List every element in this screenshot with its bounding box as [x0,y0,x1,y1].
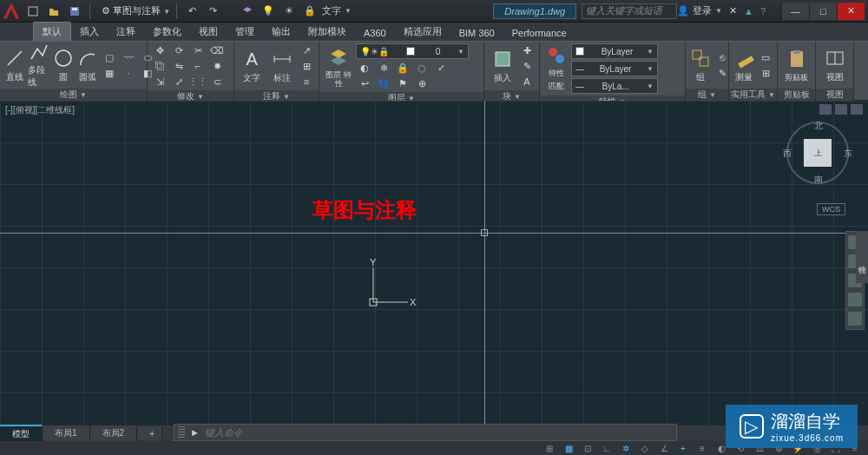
rotate-icon[interactable]: ⟳ [170,43,187,57]
trim-icon[interactable]: ✂ [189,43,207,57]
drawing-viewport[interactable]: [-][俯视][二维线框] X Y 草图与注释 上 北 南 东 西 WCS 特性 [0,101,868,425]
spline-icon[interactable]: 〰 [120,50,137,64]
qat-redo-icon[interactable]: ↷ [204,3,221,19]
move-icon[interactable]: ✥ [151,43,168,57]
calc-icon[interactable]: ⊞ [757,66,774,80]
ribbon-tab-3[interactable]: 参数化 [144,23,190,41]
layer-combo[interactable]: 💡☀🔒 0▼ [356,43,469,59]
model-space-icon[interactable]: ⊞ [542,442,557,454]
layer-walk-icon[interactable]: 👣 [375,76,392,90]
polar-toggle-icon[interactable]: ✲ [618,442,634,454]
qat-bulb-icon[interactable]: 💡 [260,3,277,19]
linetype-combo[interactable]: — ByLa...▼ [571,78,658,94]
lineweight-combo[interactable]: — ByLayer▼ [571,61,658,76]
paste-button[interactable]: 剪贴板 [781,43,812,87]
ribbon-tab-8[interactable]: A360 [355,25,395,41]
block-edit-icon[interactable]: ✎ [518,59,536,73]
ribbon-tab-7[interactable]: 附加模块 [299,23,355,41]
grid-toggle-icon[interactable]: ▦ [561,442,576,454]
qat-lock-icon[interactable]: 🔒 [301,3,319,19]
view-cube[interactable]: 上 北 南 东 西 [786,122,849,184]
group-button[interactable]: 组 [689,43,712,87]
insert-block-button[interactable]: 插入 [488,44,516,88]
arc-button[interactable]: 圆弧 [76,43,99,87]
array-icon[interactable]: ⋮⋮ [189,75,207,89]
maximize-button[interactable]: □ [809,3,837,20]
block-attr-icon[interactable]: A [518,75,536,89]
viewport-label[interactable]: [-][俯视][二维线框] [5,104,75,116]
polyline-button[interactable]: 多段线 [28,43,50,87]
rect-icon[interactable]: ▢ [101,50,118,64]
properties-button[interactable]: 特性匹配 [543,47,569,90]
dimension-button[interactable]: 标注 [268,44,297,88]
nav-orbit-icon[interactable] [848,293,862,307]
qat-undo-icon[interactable]: ↶ [183,3,201,19]
layer-freeze-icon[interactable]: ❄ [375,61,392,75]
layout-tab-布局2[interactable]: 布局2 [90,425,138,441]
qat-open-icon[interactable] [45,3,62,19]
layout-add-button[interactable]: + [137,427,162,440]
fillet-icon[interactable]: ⌐ [189,59,207,73]
ribbon-tab-9[interactable]: 精选应用 [395,23,450,41]
mirror-icon[interactable]: ⇋ [170,59,187,73]
layer-match-icon[interactable]: ✓ [432,61,450,75]
ortho-toggle-icon[interactable]: ∟ [599,442,615,454]
exchange-icon[interactable]: ✕ [729,5,737,16]
group-edit-icon[interactable]: ✎ [713,66,731,80]
view-base-button[interactable]: 视图 [819,43,850,87]
ribbon-tab-10[interactable]: BIM 360 [450,25,503,41]
stretch-icon[interactable]: ⇲ [151,75,168,89]
vp-restore-icon[interactable] [835,104,847,115]
select-icon[interactable]: ▭ [757,50,774,64]
layer-iso-icon[interactable]: ◐ [356,61,373,75]
mtext-icon[interactable]: ≡ [298,75,315,89]
document-tab[interactable]: Drawing1.dwg [493,3,576,19]
ribbon-tab-6[interactable]: 输出 [263,23,299,41]
point-icon[interactable]: · [120,66,137,80]
command-input[interactable] [205,427,673,438]
ungroup-icon[interactable]: ⎋ [713,50,731,64]
layout-tab-模型[interactable]: 模型 [0,425,43,442]
explode-icon[interactable]: ✸ [208,59,226,73]
nav-showmotion-icon[interactable] [848,312,862,326]
ribbon-tab-11[interactable]: Performance [503,25,575,41]
hatch-icon[interactable]: ▦ [101,66,118,80]
workspace-selector[interactable]: ⚙ 草图与注释 ▼ [102,4,170,17]
layout-tab-布局1[interactable]: 布局1 [43,425,90,441]
command-line[interactable]: ► [174,424,677,441]
ribbon-tab-4[interactable]: 视图 [190,23,227,41]
ribbon-tab-2[interactable]: 注释 [108,23,144,41]
layer-properties-button[interactable]: 图层 特性 [323,45,354,89]
layer-lock-icon[interactable]: 🔒 [394,61,411,75]
qat-new-icon[interactable] [24,3,42,19]
qat-save-icon[interactable] [66,3,83,19]
layer-off-icon[interactable]: ◌ [413,61,431,75]
help-search-input[interactable]: 键入关键字或短语 [582,3,677,19]
close-button[interactable]: ✕ [837,3,865,20]
cmdline-grip-icon[interactable] [178,426,185,439]
line-button[interactable]: 直线 [3,43,26,87]
lineweight-icon[interactable]: ≡ [694,442,710,454]
layer-prev-icon[interactable]: ↩ [356,76,373,90]
ribbon-tab-5[interactable]: 管理 [227,23,263,41]
wcs-badge[interactable]: WCS [817,203,845,215]
otrack-toggle-icon[interactable]: ∠ [656,442,672,454]
scale-icon[interactable]: ⤢ [170,75,187,89]
erase-icon[interactable]: ⌫ [208,43,226,57]
vp-close-icon[interactable] [851,104,863,115]
layer-state-icon[interactable]: ⚑ [394,76,411,90]
help-icon[interactable]: ? [760,6,766,16]
dyn-input-icon[interactable]: + [675,442,691,454]
leader-icon[interactable]: ↗ [298,43,315,57]
infocenter-icon[interactable]: ▲ [744,6,753,16]
table-icon[interactable]: ⊞ [298,59,315,73]
text-button[interactable]: A文字 [238,44,266,88]
qat-sun-icon[interactable]: ☀ [280,3,298,19]
block-create-icon[interactable]: ✚ [518,43,536,57]
vp-minimize-icon[interactable] [819,104,832,115]
side-tab-properties[interactable]: 特性 [856,231,868,283]
snap-toggle-icon[interactable]: ⊡ [580,442,595,454]
circle-button[interactable]: 圆 [52,43,75,87]
measure-button[interactable]: 测量 [733,43,755,87]
app-logo-icon[interactable] [3,3,19,19]
